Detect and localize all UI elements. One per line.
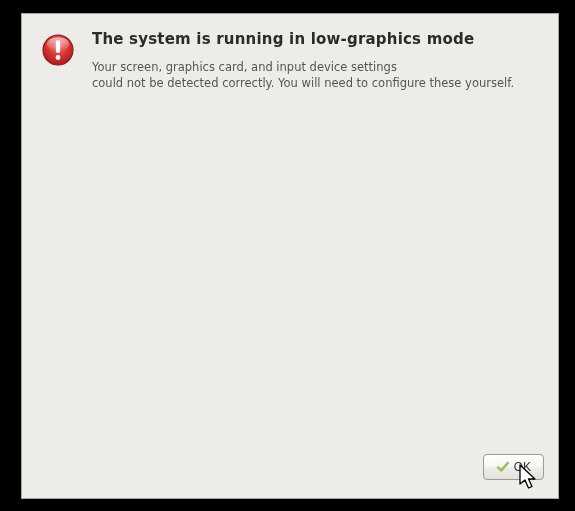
icon-column (40, 30, 76, 68)
warning-icon (40, 32, 76, 68)
ok-button[interactable]: OK (483, 454, 544, 480)
check-icon (496, 460, 510, 474)
svg-rect-2 (56, 40, 60, 53)
error-dialog: The system is running in low-graphics mo… (21, 13, 559, 499)
dialog-title: The system is running in low-graphics mo… (92, 30, 540, 48)
dialog-content: The system is running in low-graphics mo… (22, 14, 558, 446)
svg-point-3 (56, 55, 61, 60)
text-column: The system is running in low-graphics mo… (92, 30, 540, 91)
dialog-body: Your screen, graphics card, and input de… (92, 60, 540, 91)
ok-button-label: OK (514, 460, 531, 474)
button-bar: OK (22, 446, 558, 498)
